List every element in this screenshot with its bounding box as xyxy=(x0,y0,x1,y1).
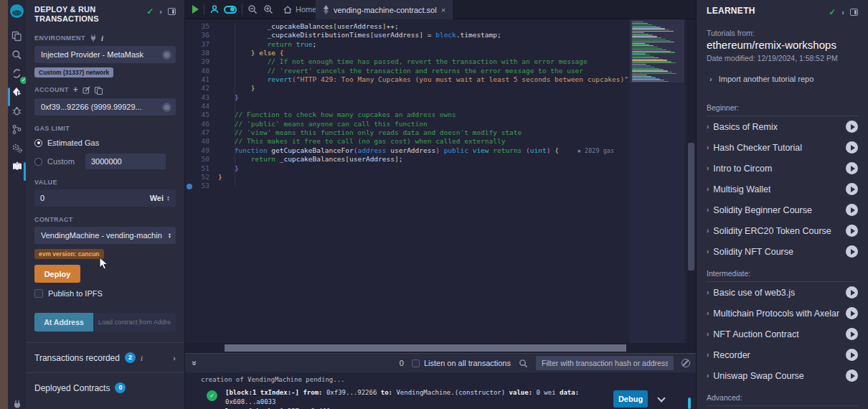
plugin-icon[interactable] xyxy=(8,395,26,409)
line-number[interactable]: 43 xyxy=(185,93,209,102)
deployed-contracts-row[interactable]: Deployed Contracts 0 xyxy=(34,373,176,403)
collapse-panel-icon[interactable]: › xyxy=(159,7,162,16)
account-select[interactable]: 0xf39...92266 (9999.99929... xyxy=(34,98,176,116)
custom-gas-radio[interactable] xyxy=(34,158,42,166)
listen-all-checkbox[interactable] xyxy=(412,359,420,367)
editor-vertical-scrollbar[interactable] xyxy=(687,19,696,343)
git-icon[interactable] xyxy=(8,120,26,138)
pin-panel-icon[interactable] xyxy=(168,8,176,15)
line-number[interactable]: 44 xyxy=(185,102,209,111)
line-number[interactable]: 47 xyxy=(185,128,209,137)
line-number[interactable]: 36 xyxy=(185,31,209,39)
play-tutorial-button[interactable] xyxy=(846,307,858,319)
play-tutorial-button[interactable] xyxy=(846,328,858,340)
value-unit[interactable]: Wei xyxy=(150,194,164,202)
remix-logo[interactable] xyxy=(8,0,26,22)
remixai-assistant-icon[interactable] xyxy=(209,4,220,14)
scrollbar-thumb[interactable] xyxy=(688,143,694,271)
pin-panel-icon[interactable] xyxy=(850,9,858,16)
solidity-compiler-icon[interactable]: ✓ xyxy=(8,64,26,83)
import-repo-row[interactable]: › Import another tutorial repo xyxy=(707,75,858,83)
line-number[interactable]: 50 xyxy=(185,155,209,164)
breakpoint-dot[interactable] xyxy=(187,184,192,189)
close-tab-icon[interactable]: × xyxy=(441,6,445,14)
learneth-icon[interactable] xyxy=(8,157,26,176)
environment-select[interactable]: Injected Provider - MetaMask xyxy=(34,46,176,63)
environment-info-icon[interactable]: i xyxy=(101,34,103,42)
play-tutorial-button[interactable] xyxy=(846,225,858,237)
play-tutorial-button[interactable] xyxy=(846,141,858,154)
transactions-expand-icon[interactable]: › xyxy=(173,354,176,362)
file-explorer-icon[interactable] xyxy=(8,27,26,45)
clear-console-icon[interactable] xyxy=(681,359,690,367)
plug-icon[interactable] xyxy=(90,34,97,42)
transaction-log-row[interactable]: ✓ [block:1 txIndex:-] from: 0xf39...9226… xyxy=(185,388,696,409)
play-tutorial-button[interactable] xyxy=(846,121,858,133)
edit-account-icon[interactable] xyxy=(82,86,90,94)
zoom-in-icon[interactable] xyxy=(263,4,273,14)
account-menu-icon[interactable] xyxy=(162,103,171,112)
play-tutorial-button[interactable] xyxy=(846,370,858,382)
terminal-output[interactable]: creation of VendingMachine pending... ✓ … xyxy=(185,372,696,409)
add-account-icon[interactable]: + xyxy=(73,85,78,95)
tab-vending-machine-contract[interactable]: vending-machine-contract.sol × xyxy=(316,0,453,19)
at-address-button[interactable]: At Address xyxy=(34,313,93,332)
tutorial-item[interactable]: ›NFT Auction Contract xyxy=(707,324,858,344)
tutorial-item[interactable]: ›Recorder xyxy=(707,344,858,365)
debug-button[interactable]: Debug xyxy=(613,390,648,408)
tutorial-item[interactable]: ›Solidity Beginner Course xyxy=(707,199,858,220)
line-number[interactable]: 48 xyxy=(185,137,209,146)
play-tutorial-button[interactable] xyxy=(846,286,858,298)
custom-gas-input[interactable] xyxy=(85,154,166,169)
contract-select[interactable]: VendingMachine - vending-machin ▲▼ xyxy=(34,227,176,244)
search-icon[interactable] xyxy=(8,45,26,64)
line-number[interactable]: 39 xyxy=(185,57,209,66)
play-tutorial-button[interactable] xyxy=(846,245,858,258)
environment-menu-icon[interactable] xyxy=(162,50,171,60)
tutorial-item[interactable]: ›Basics of Remix xyxy=(707,116,858,137)
line-number[interactable]: 52 xyxy=(185,173,209,182)
expand-tx-icon[interactable] xyxy=(657,394,665,402)
line-number[interactable]: 49 xyxy=(185,146,209,155)
line-number[interactable]: 42 xyxy=(185,84,209,93)
code-editor[interactable]: 35 _cupcakeBalances[userAddress]++;36 _c… xyxy=(185,19,696,343)
play-tutorial-button[interactable] xyxy=(846,349,858,361)
play-tutorial-button[interactable] xyxy=(846,204,858,216)
deploy-button[interactable]: Deploy xyxy=(34,265,80,283)
line-number[interactable]: 38 xyxy=(185,49,209,57)
tutorial-item[interactable]: ›Multichain Protocols with Axelar xyxy=(707,303,858,324)
line-number[interactable]: 51 xyxy=(185,164,209,173)
expand-terminal-icon[interactable]: » xyxy=(189,361,199,366)
ai-copilot-toggle[interactable] xyxy=(224,6,237,14)
zoom-out-icon[interactable] xyxy=(247,4,258,14)
home-tab[interactable]: Home xyxy=(283,5,316,14)
line-number[interactable]: 41 xyxy=(185,75,209,84)
line-number[interactable]: 37 xyxy=(185,40,209,49)
tutorial-item[interactable]: ›Intro to Circom xyxy=(707,158,858,179)
tutorial-item[interactable]: ›Solidity NFT Course xyxy=(707,241,858,262)
terminal-search-icon[interactable] xyxy=(519,359,528,368)
scrollbar-thumb[interactable] xyxy=(225,344,626,352)
tutorial-item[interactable]: ›Hash Checker Tutorial xyxy=(707,137,858,158)
minimap[interactable] xyxy=(630,19,684,343)
play-tutorial-button[interactable] xyxy=(846,183,858,195)
publish-ipfs-checkbox[interactable] xyxy=(34,289,43,298)
run-script-icon[interactable] xyxy=(192,5,199,14)
transactions-recorded-row[interactable]: Transactions recorded 2 i › xyxy=(34,343,176,372)
play-tutorial-button[interactable] xyxy=(846,162,858,174)
value-input[interactable] xyxy=(40,194,150,202)
editor-horizontal-scrollbar[interactable] xyxy=(185,343,696,353)
line-number[interactable]: 35 xyxy=(185,22,209,31)
tutorial-item[interactable]: ›Uniswap Swap Course xyxy=(707,365,858,386)
unit-stepper-icon[interactable]: ▲▼ xyxy=(166,195,170,201)
line-number[interactable]: 45 xyxy=(185,111,209,119)
terminal-filter-input[interactable] xyxy=(536,356,674,370)
tutorial-item[interactable]: ›Multisig Wallet xyxy=(707,179,858,199)
debugger-icon[interactable] xyxy=(8,101,26,120)
transactions-info-icon[interactable]: i xyxy=(141,354,143,362)
collapse-panel-icon[interactable]: › xyxy=(841,8,844,17)
deploy-run-icon[interactable] xyxy=(8,83,26,101)
line-number[interactable]: 46 xyxy=(185,120,209,128)
at-address-input[interactable] xyxy=(93,313,176,332)
settings-icon[interactable] xyxy=(8,138,26,157)
